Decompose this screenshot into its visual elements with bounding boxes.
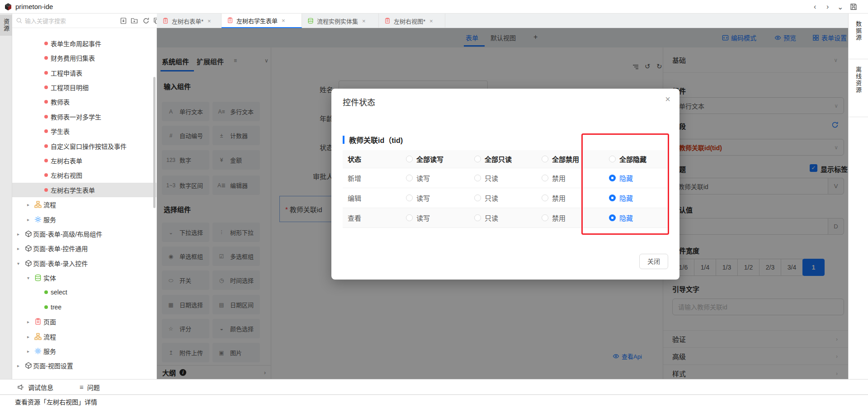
status-bar: 查看资源「左树右视图」详情 bbox=[0, 394, 868, 408]
radio-all-readwrite[interactable] bbox=[406, 156, 413, 162]
tree-item[interactable]: 工程项目明细 bbox=[12, 80, 156, 95]
radio-disabled[interactable] bbox=[542, 214, 548, 221]
editor-tab[interactable]: 流程实例实体集 × bbox=[302, 14, 379, 28]
chevron-down-icon[interactable]: ▾ bbox=[17, 261, 19, 266]
save-icon[interactable] bbox=[850, 3, 857, 10]
radio-readwrite[interactable] bbox=[406, 175, 413, 181]
close-icon[interactable]: × bbox=[362, 18, 366, 24]
chevron-right-icon[interactable]: ▸ bbox=[27, 217, 29, 222]
tree-item[interactable]: ▸流程 bbox=[12, 329, 156, 344]
red-dot-icon bbox=[44, 188, 48, 192]
tree-item[interactable]: ▾页面-表单-录入控件 bbox=[12, 256, 156, 270]
tree-item[interactable]: 左树右表单 bbox=[12, 153, 156, 168]
radio-all-readonly[interactable] bbox=[474, 156, 481, 162]
radio-hidden-selected[interactable] bbox=[609, 214, 616, 221]
tab-label: 流程实例实体集 bbox=[317, 17, 358, 25]
tree-item[interactable]: ▸服务 bbox=[12, 212, 156, 227]
flow-icon bbox=[34, 333, 42, 340]
chevron-right-icon[interactable]: ▸ bbox=[27, 319, 29, 324]
red-dot-icon bbox=[44, 42, 48, 45]
tree-item[interactable]: ▸页面-表单-控件通用 bbox=[12, 241, 156, 256]
tree-item[interactable]: 工程申请表 bbox=[12, 66, 156, 80]
tree-item[interactable]: 教师表 bbox=[12, 95, 156, 109]
chevron-down-icon[interactable]: ▾ bbox=[27, 275, 29, 280]
radio-readonly[interactable] bbox=[474, 195, 481, 201]
chevron-right-icon[interactable]: ▸ bbox=[27, 202, 29, 207]
chevron-right-icon[interactable]: ▸ bbox=[27, 349, 29, 354]
radio-readonly[interactable] bbox=[474, 214, 481, 221]
cube-icon bbox=[25, 362, 32, 369]
tree-item[interactable]: tree bbox=[12, 300, 156, 314]
row-label: 新增 bbox=[343, 173, 406, 183]
tab-label: 左树右学生表单 bbox=[236, 16, 278, 25]
problems-tab[interactable]: ≡ 问题 bbox=[80, 383, 100, 392]
editor-tab-active[interactable]: 左树右学生表单 × bbox=[222, 14, 302, 28]
rail-tab-offline-resources[interactable]: 离线资源 bbox=[854, 66, 863, 95]
list-icon: ≡ bbox=[80, 383, 84, 391]
red-dot-icon bbox=[44, 71, 48, 75]
column-header: 全部读写 bbox=[416, 154, 443, 164]
megaphone-icon bbox=[17, 384, 24, 391]
app-title: primeton-ide bbox=[15, 3, 53, 10]
green-dot-icon bbox=[44, 305, 48, 309]
radio-hidden-selected[interactable] bbox=[609, 175, 616, 181]
tree-item[interactable]: ▾实体 bbox=[12, 270, 156, 285]
tree-item[interactable]: ▸页面-表单-高级/布局组件 bbox=[12, 227, 156, 241]
close-icon[interactable]: × bbox=[282, 17, 285, 24]
forward-icon[interactable]: › bbox=[826, 3, 829, 11]
radio-all-disabled[interactable] bbox=[542, 156, 548, 162]
tree-item[interactable]: 表单生命周起事件 bbox=[12, 36, 156, 51]
table-row-edit: 编辑 读写 只读 禁用 隐藏 bbox=[343, 188, 668, 208]
tree-item[interactable]: ▸流程 bbox=[12, 197, 156, 212]
debug-info-tab[interactable]: 调试信息 bbox=[17, 383, 53, 392]
tree-item-selected[interactable]: 左树右学生表单 bbox=[12, 183, 156, 197]
refresh-icon[interactable] bbox=[142, 17, 150, 24]
tree-item[interactable]: 左树右视图 bbox=[12, 168, 156, 182]
search-icon bbox=[16, 17, 23, 24]
gear-icon bbox=[34, 347, 42, 355]
radio-disabled[interactable] bbox=[542, 195, 548, 201]
scrollbar-thumb[interactable] bbox=[153, 77, 156, 208]
new-folder-icon[interactable] bbox=[131, 17, 138, 24]
tree-item[interactable]: 自定义窗口操作按钮及事件 bbox=[12, 139, 156, 153]
tree-item[interactable]: 教师表一对多学生 bbox=[12, 109, 156, 124]
radio-readwrite[interactable] bbox=[406, 214, 413, 221]
chevron-down-icon[interactable]: ⌄ bbox=[837, 3, 843, 11]
close-button[interactable]: 关闭 bbox=[639, 254, 668, 269]
column-header: 全部只读 bbox=[485, 154, 512, 164]
radio-disabled[interactable] bbox=[542, 175, 548, 181]
tree-item[interactable]: 学生表 bbox=[12, 124, 156, 138]
editor-tab[interactable]: 左树右视图* × bbox=[379, 14, 445, 28]
chevron-right-icon[interactable]: ▸ bbox=[17, 246, 19, 251]
close-icon[interactable]: × bbox=[208, 18, 211, 24]
column-header: 全部禁用 bbox=[552, 154, 579, 164]
form-icon bbox=[384, 18, 391, 24]
radio-readwrite[interactable] bbox=[406, 195, 413, 201]
chevron-right-icon[interactable]: ▸ bbox=[17, 232, 19, 237]
search-input[interactable] bbox=[25, 15, 115, 26]
tree-item[interactable]: select bbox=[12, 285, 156, 299]
tree-item[interactable]: ▸服务 bbox=[12, 344, 156, 358]
rail-tab-datasource[interactable]: 数据源 bbox=[854, 21, 863, 43]
editor-tab[interactable]: 左树右表单* × bbox=[157, 14, 222, 28]
row-label: 查看 bbox=[343, 213, 406, 223]
chevron-right-icon[interactable]: ▸ bbox=[17, 363, 19, 368]
tree-item[interactable]: 财务费用归集表 bbox=[12, 51, 156, 65]
radio-readonly[interactable] bbox=[474, 175, 481, 181]
radio-hidden-selected[interactable] bbox=[609, 195, 616, 201]
close-icon[interactable]: × bbox=[665, 94, 670, 104]
back-icon[interactable]: ‹ bbox=[814, 3, 816, 11]
tree-item[interactable]: ▸页面-视图设置 bbox=[12, 358, 156, 373]
resource-tree: 表单生命周起事件 财务费用归集表 工程申请表 工程项目明细 教师表 教师表一对多… bbox=[12, 28, 157, 379]
chevron-right-icon[interactable]: ▸ bbox=[27, 334, 29, 339]
close-icon[interactable]: × bbox=[429, 18, 433, 24]
import-icon[interactable] bbox=[120, 17, 127, 24]
radio-all-hidden[interactable] bbox=[609, 156, 616, 162]
red-dot-icon bbox=[44, 115, 48, 119]
column-header: 全部隐藏 bbox=[619, 154, 646, 164]
control-state-dialog: 控件状态 × 教师关联id（tid) 状态 全部读写 全部只读 全部禁用 全部隐… bbox=[331, 89, 679, 280]
app-logo-icon bbox=[4, 2, 13, 11]
tree-item[interactable]: ▸页面 bbox=[12, 314, 156, 329]
red-dot-icon bbox=[44, 100, 48, 104]
sidebar-tab-resources[interactable]: 资源 bbox=[0, 15, 12, 36]
